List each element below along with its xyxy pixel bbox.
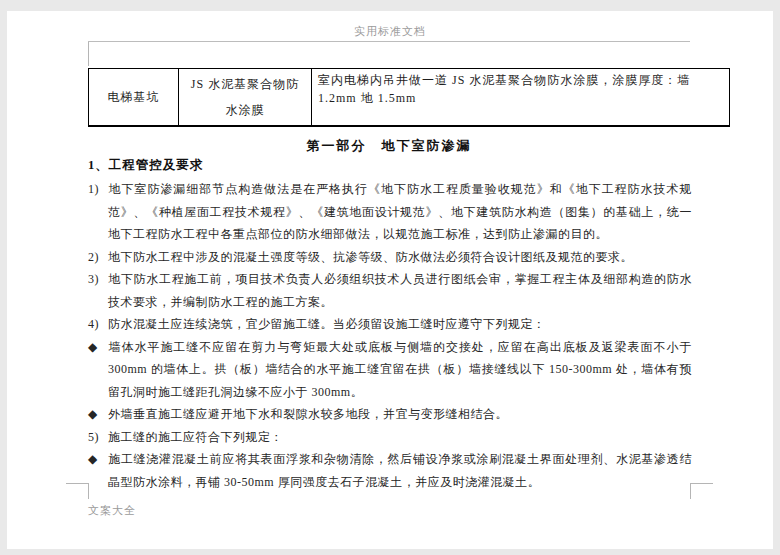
item-marker: 5): [88, 426, 108, 449]
item-marker: 3): [88, 268, 108, 291]
header-rule: [88, 41, 690, 42]
crop-mark-bottom-left: [66, 483, 89, 499]
item-text: 地下防水工程中涉及的混凝土强度等级、抗渗等级、防水做法必须符合设计图纸及规范的要…: [108, 250, 633, 264]
item-marker: 4): [88, 313, 108, 336]
bullet-diamond-icon: ◆: [88, 403, 108, 426]
item-text: 外墙垂直施工缝应避开地下水和裂隙水较多地段，并宜与变形缝相结合。: [108, 407, 508, 421]
page-header-text: 实用标准文档: [7, 24, 773, 39]
document-page: 实用标准文档 电梯基坑 JS 水泥基聚合物防水涂膜 室内电梯内吊井做一道 JS …: [7, 11, 773, 549]
bullet-diamond-icon: ◆: [88, 448, 108, 471]
crop-mark-top-left: [88, 42, 89, 66]
list-item: 3)地下防水工程施工前，项目技术负责人必须组织技术人员进行图纸会审，掌握工程主体…: [88, 268, 692, 313]
table-cell-location: 电梯基坑: [89, 69, 179, 127]
item-marker: 1): [88, 178, 108, 201]
list-item: ◆施工缝浇灌混凝土前应将其表面浮浆和杂物清除，然后铺设净浆或涂刷混凝土界面处理剂…: [88, 448, 692, 493]
list-item: ◆外墙垂直施工缝应避开地下水和裂隙水较多地段，并宜与变形缝相结合。: [88, 403, 692, 426]
page-footer-text: 文案大全: [88, 503, 136, 518]
item-text: 墙体水平施工缝不应留在剪力与弯矩最大处或底板与侧墙的交接处，应留在高出底板及返梁…: [108, 340, 692, 399]
list-item: 5)施工缝的施工应符合下列规定：: [88, 426, 692, 449]
item-marker: 2): [88, 246, 108, 269]
list-item: 4)防水混凝土应连续浇筑，宜少留施工缝。当必须留设施工缝时应遵守下列规定：: [88, 313, 692, 336]
list-item: ◆墙体水平施工缝不应留在剪力与弯矩最大处或底板与侧墙的交接处，应留在高出底板及返…: [88, 336, 692, 404]
item-text: 防水混凝土应连续浇筑，宜少留施工缝。当必须留设施工缝时应遵守下列规定：: [108, 317, 546, 331]
item-text: 地下防水工程施工前，项目技术负责人必须组织技术人员进行图纸会审，掌握工程主体及细…: [108, 272, 692, 309]
item-text: 地下室防渗漏细部节点构造做法是在严格执行《地下防水工程质量验收规范》和《地下工程…: [108, 182, 692, 241]
table-row: 电梯基坑 JS 水泥基聚合物防水涂膜 室内电梯内吊井做一道 JS 水泥基聚合物防…: [89, 69, 730, 127]
body-text: 1)地下室防渗漏细部节点构造做法是在严格执行《地下防水工程质量验收规范》和《地下…: [88, 178, 692, 493]
crop-mark-bottom-right: [690, 483, 713, 499]
item-text: 施工缝浇灌混凝土前应将其表面浮浆和杂物清除，然后铺设净浆或涂刷混凝土界面处理剂、…: [108, 452, 692, 489]
section-title: 1、工程管控及要求: [88, 157, 690, 174]
list-item: 1)地下室防渗漏细部节点构造做法是在严格执行《地下防水工程质量验收规范》和《地下…: [88, 178, 692, 246]
list-item: 2)地下防水工程中涉及的混凝土强度等级、抗渗等级、防水做法必须符合设计图纸及规范…: [88, 246, 692, 269]
spec-table: 电梯基坑 JS 水泥基聚合物防水涂膜 室内电梯内吊井做一道 JS 水泥基聚合物防…: [88, 68, 730, 127]
bullet-diamond-icon: ◆: [88, 336, 108, 359]
item-text: 施工缝的施工应符合下列规定：: [108, 430, 283, 444]
table-cell-material: JS 水泥基聚合物防水涂膜: [179, 69, 312, 127]
table-cell-spec: 室内电梯内吊井做一道 JS 水泥基聚合物防水涂膜，涂膜厚度：墙 1.2mm 地 …: [312, 69, 730, 127]
part-heading: 第一部分 地下室防渗漏: [88, 137, 690, 155]
